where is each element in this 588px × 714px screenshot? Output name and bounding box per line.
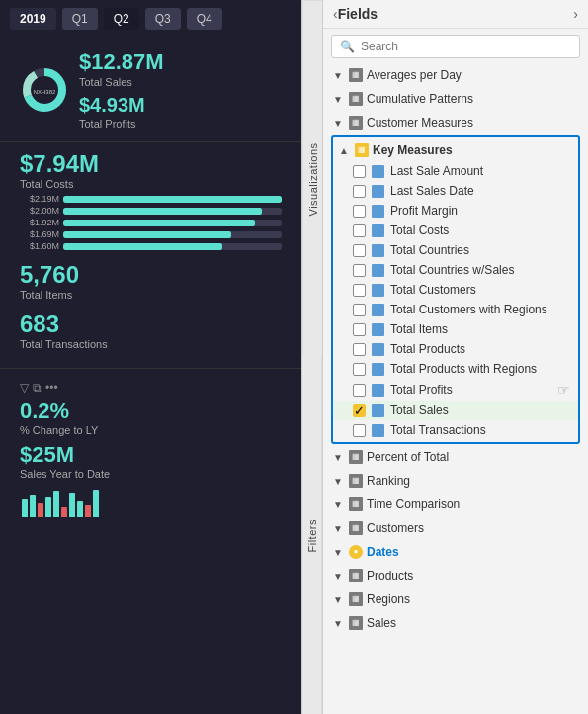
checkbox-total-customers[interactable] — [353, 284, 366, 297]
group-averages-header[interactable]: ▼ ▦ Averages per Day — [327, 64, 584, 86]
mini-bar-3 — [38, 503, 43, 517]
measure-icon-total-countries-wsales — [372, 264, 384, 277]
checkbox-total-products-regions[interactable] — [353, 363, 366, 376]
mini-bar-6 — [61, 507, 67, 517]
q1-button[interactable]: Q1 — [62, 8, 98, 30]
mini-bar-chart — [20, 488, 282, 517]
cumulative-label: Cumulative Patterns — [367, 92, 473, 106]
q4-button[interactable]: Q4 — [187, 8, 222, 30]
sales-ytd-value: $25M — [20, 442, 282, 468]
products-label: Products — [367, 569, 413, 582]
bottom-section: ▽ ⧉ ••• 0.2% % Change to LY $25M Sales Y… — [0, 369, 301, 525]
change-label: % Change to LY — [20, 424, 98, 436]
percent-table-icon: ▦ — [349, 450, 363, 464]
field-label-total-profits: Total Profits — [390, 383, 453, 397]
time-table-icon: ▦ — [349, 497, 363, 511]
panel-header: ‹ Fields › — [323, 0, 588, 29]
group-percent-header[interactable]: ▼ ▦ Percent of Total — [327, 446, 584, 468]
field-last-sale-amount[interactable]: Last Sale Amount — [333, 161, 578, 181]
checkbox-total-transactions[interactable] — [353, 424, 366, 437]
group-time-comparison: ▼ ▦ Time Comparison — [327, 493, 584, 515]
forward-chevron-icon[interactable]: › — [573, 6, 578, 22]
total-profits-label: Total Profits — [79, 118, 282, 130]
measure-icon-total-customers — [372, 284, 384, 297]
visualizations-tab[interactable]: Visualizations — [302, 0, 322, 358]
more-icon[interactable]: ••• — [45, 381, 58, 395]
group-ranking-header[interactable]: ▼ ▦ Ranking — [327, 470, 584, 491]
checkbox-total-costs[interactable] — [353, 224, 366, 237]
collapse-averages-icon: ▼ — [333, 70, 345, 81]
group-time-header[interactable]: ▼ ▦ Time Comparison — [327, 493, 584, 515]
year-label[interactable]: 2019 — [10, 8, 56, 30]
key-measures-header[interactable]: ▲ ▦ Key Measures — [333, 139, 578, 161]
fields-list: ▼ ▦ Averages per Day ▼ ▦ Cumulative Patt… — [323, 64, 588, 714]
group-cumulative-header[interactable]: ▼ ▦ Cumulative Patterns — [327, 88, 584, 110]
products-table-icon: ▦ — [349, 569, 363, 582]
checkbox-total-items[interactable] — [353, 323, 366, 336]
search-input[interactable] — [361, 40, 571, 53]
field-total-items[interactable]: Total Items — [333, 319, 578, 339]
bar-label-2: $1.92M — [20, 218, 59, 227]
group-dates-header[interactable]: ▼ ● Dates — [327, 541, 584, 563]
checkbox-total-countries-wsales[interactable] — [353, 264, 366, 277]
group-customer-measures-header[interactable]: ▼ ▦ Customer Measures — [327, 112, 584, 134]
total-transactions-value: 683 — [20, 311, 282, 338]
field-total-profits[interactable]: Total Profits ☞ — [333, 379, 578, 401]
cursor-icon: ☞ — [557, 382, 570, 398]
checkbox-total-countries[interactable] — [353, 244, 366, 257]
customers-table-icon: ▦ — [349, 521, 363, 535]
group-regions-header[interactable]: ▼ ▦ Regions — [327, 588, 584, 610]
measure-icon-total-products — [372, 343, 384, 356]
mini-bar-1 — [22, 499, 28, 517]
field-total-costs[interactable]: Total Costs — [333, 221, 578, 240]
checkbox-total-sales[interactable]: ✓ — [353, 404, 366, 417]
q3-button[interactable]: Q3 — [145, 8, 181, 30]
change-value: 0.2% — [20, 399, 98, 424]
dates-label: Dates — [367, 545, 399, 559]
field-last-sales-date[interactable]: Last Sales Date — [333, 181, 578, 201]
field-total-products[interactable]: Total Products — [333, 339, 578, 359]
key-measures-icon: ▦ — [355, 143, 369, 157]
q2-button[interactable]: Q2 — [104, 8, 139, 30]
expand-icon[interactable]: ⧉ — [33, 381, 42, 395]
search-box[interactable]: 🔍 — [331, 35, 580, 58]
checkbox-last-sale-amount[interactable] — [353, 165, 366, 178]
mini-bar-9 — [85, 505, 91, 517]
donut-row: NXH382 $12.87M Total Sales $4.93M Total … — [20, 49, 282, 130]
checkbox-profit-margin[interactable] — [353, 205, 366, 218]
checkbox-last-sales-date[interactable] — [353, 185, 366, 198]
field-profit-margin[interactable]: Profit Margin — [333, 201, 578, 221]
field-total-customers[interactable]: Total Customers — [333, 280, 578, 300]
sales-label: Sales — [367, 616, 396, 630]
field-total-products-regions[interactable]: Total Products with Regions — [333, 359, 578, 379]
total-sales-value: $12.87M — [79, 49, 282, 75]
group-products-header[interactable]: ▼ ▦ Products — [327, 565, 584, 586]
bar-chart: $2.19M $2.00M $1.92M $1.69M $1.60M — [20, 194, 282, 251]
right-panel: ‹ Fields › 🔍 ▼ ▦ Averages per Day ▼ ▦ Cu… — [323, 0, 588, 714]
group-sales-header[interactable]: ▼ ▦ Sales — [327, 612, 584, 634]
total-costs-block: $7.94M Total Costs $2.19M $2.00M $1.92M … — [20, 150, 282, 251]
group-customers-header[interactable]: ▼ ▦ Customers — [327, 517, 584, 539]
group-sales: ▼ ▦ Sales — [327, 612, 584, 634]
field-total-transactions[interactable]: Total Transactions — [333, 420, 578, 440]
customers-label: Customers — [367, 521, 424, 535]
filter-icon[interactable]: ▽ — [20, 381, 29, 395]
sales-ytd-block: $25M Sales Year to Date — [20, 442, 282, 480]
field-total-countries[interactable]: Total Countries — [333, 240, 578, 260]
checkbox-total-customers-regions[interactable] — [353, 304, 366, 316]
group-averages: ▼ ▦ Averages per Day — [327, 64, 584, 86]
field-label-profit-margin: Profit Margin — [390, 204, 458, 218]
field-label-total-products-regions: Total Products with Regions — [390, 362, 537, 376]
measure-icon-total-costs — [372, 224, 384, 237]
filters-tab[interactable]: Filters — [302, 358, 322, 715]
field-total-sales[interactable]: ✓ Total Sales — [333, 401, 578, 420]
customer-table-icon: ▦ — [349, 116, 363, 130]
measure-icon-profit-margin — [372, 205, 384, 218]
checkbox-total-products[interactable] — [353, 343, 366, 356]
measure-icon-total-sales — [372, 404, 384, 417]
checkbox-total-profits[interactable] — [353, 384, 366, 397]
field-total-countries-wsales[interactable]: Total Countries w/Sales — [333, 260, 578, 280]
field-total-customers-regions[interactable]: Total Customers with Regions — [333, 300, 578, 319]
year-quarter-bar: 2019 Q1 Q2 Q3 Q4 — [0, 0, 301, 38]
total-profits-value: $4.93M — [79, 94, 282, 117]
